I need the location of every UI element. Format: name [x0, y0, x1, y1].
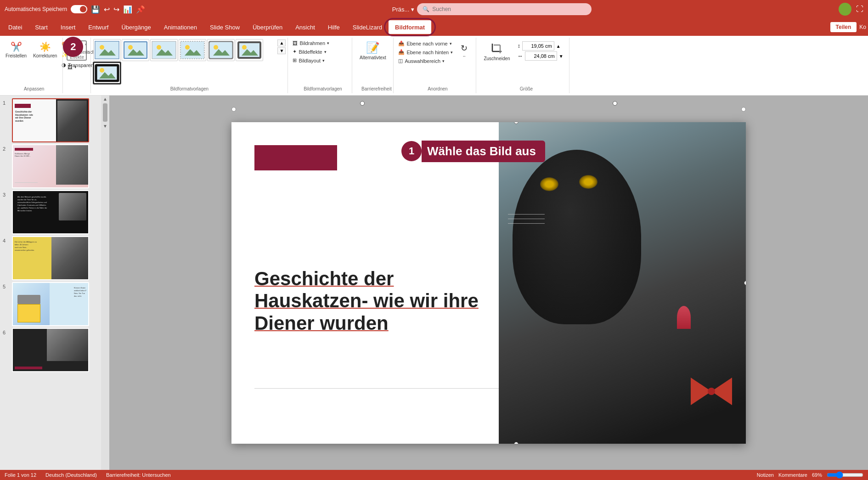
menu-start[interactable]: Start — [28, 20, 54, 34]
slide-right-panel — [499, 122, 746, 444]
zoom-level: 69% — [812, 472, 822, 478]
menu-insert[interactable]: Insert — [54, 20, 82, 34]
slides-scrollbar[interactable]: ▲ ▼ — [101, 96, 109, 470]
svg-point-18 — [242, 45, 247, 50]
annotation-1-label: Wähle das Bild aus — [422, 141, 545, 162]
menu-entwurf[interactable]: Entwurf — [82, 20, 115, 34]
slide-count: Folie 1 von 12 — [5, 472, 36, 478]
menu-ueberpruefen[interactable]: Überprüfen — [246, 20, 289, 34]
cat-bowtie — [691, 378, 732, 407]
zoom-slider[interactable] — [827, 472, 863, 478]
slide-thumb-4[interactable]: 4 Die Lehre der Afklappen zufallen 30 Ja… — [3, 236, 98, 280]
status-right: Notizen Kommentare 69% — [757, 472, 863, 478]
korrekturen-button[interactable]: ☀️ Korrekturen — [30, 40, 60, 60]
barrierefreiheit-label: Barrierefreiheit — [356, 86, 397, 91]
whisker-1 — [508, 214, 545, 215]
preset-3[interactable] — [150, 39, 178, 61]
slide-thumb-2[interactable]: 2 Schlimmes MengeHauen bis 13.500... — [3, 144, 98, 188]
selection-handle-right[interactable] — [744, 281, 746, 285]
image-format-tools-btn[interactable]: 🖼 ▾ — [66, 63, 88, 71]
search-box[interactable]: 🔍 — [417, 3, 592, 15]
ko-label: Ko — [859, 24, 866, 30]
svg-point-12 — [185, 45, 190, 50]
height-stepper-up[interactable]: ▲ — [556, 44, 561, 49]
search-input[interactable] — [432, 6, 586, 12]
menu-datei[interactable]: Datei — [2, 20, 28, 34]
preset-5[interactable] — [207, 39, 235, 61]
anpassen-label: Anpassen — [3, 86, 65, 91]
notes-button[interactable]: Notizen — [757, 472, 774, 478]
menu-right: Teilen Ko — [830, 22, 866, 32]
freistellen-button[interactable]: ✂️ Freistellen — [3, 40, 29, 60]
flower — [677, 306, 691, 329]
slide-4-image: Die Lehre der Afklappen zufallen 30 Jahr… — [12, 236, 89, 280]
present-icon[interactable]: 📊 — [123, 5, 132, 14]
scroll-down-arrow[interactable]: ▼ — [103, 124, 107, 129]
slide-5-image: Können Katzewirklich lieben?Nein, Sie Tu… — [12, 282, 89, 326]
bildeffekte-button[interactable]: ✦ Bildeffekte ▾ — [291, 48, 349, 56]
bildeffekte-icon: ✦ — [293, 49, 297, 55]
height-input[interactable] — [522, 41, 554, 51]
svg-rect-7 — [152, 41, 176, 59]
svg-rect-4 — [124, 42, 147, 58]
fullscreen-icon[interactable]: ⛶ — [856, 5, 863, 13]
svg-rect-10 — [180, 41, 204, 59]
slide-thumb-6[interactable]: 6 — [3, 328, 98, 372]
preset-7[interactable] — [93, 62, 121, 84]
annotation-1-badge: 1 Wähle das Bild aus — [401, 141, 545, 162]
bildlayout-button[interactable]: ⊞ Bildlayout ▾ — [291, 56, 349, 64]
rotate-button[interactable]: ↻ ↔ — [454, 41, 474, 60]
preset-1[interactable] — [93, 39, 121, 61]
pin-icon[interactable]: 📌 — [136, 5, 145, 14]
presets-scroll-down[interactable]: ▼ — [277, 47, 286, 54]
menu-ansicht[interactable]: Ansicht — [289, 20, 321, 34]
rotate-icon: ↻ — [461, 43, 468, 53]
svg-rect-13 — [209, 41, 233, 59]
menu-slideshow[interactable]: Slide Show — [203, 20, 246, 34]
height-icon: ↕ — [518, 43, 520, 49]
ebene-vorne-icon: 📤 — [398, 40, 405, 46]
user-avatar — [839, 3, 851, 16]
share-button[interactable]: Teilen — [830, 22, 857, 32]
redo-icon[interactable]: ↪ — [113, 5, 119, 14]
menu-bildformat[interactable]: Bildformat — [389, 20, 431, 34]
preset-2[interactable] — [122, 39, 149, 61]
accessibility-status: Barrierefreiheit: Untersuchen — [106, 472, 171, 478]
comments-button[interactable]: Kommentare — [778, 472, 807, 478]
autosave-toggle[interactable] — [71, 5, 87, 13]
canvas-area: Geschichte der Hauskatzen- wie wir ihre … — [109, 96, 868, 470]
slide-red-rectangle — [254, 145, 337, 170]
preset-6[interactable] — [236, 39, 263, 61]
undo-icon[interactable]: ↩ — [104, 5, 110, 14]
menu-uebergaenge[interactable]: Übergänge — [115, 20, 157, 34]
save-icon[interactable]: 💾 — [91, 5, 100, 14]
slide-thumb-5[interactable]: 5 Können Katzewirklich lieben?Nein, Sie … — [3, 282, 98, 326]
menu-hilfe[interactable]: Hilfe — [321, 20, 346, 34]
presets-scroll-up[interactable]: ▲ — [277, 40, 286, 46]
cat-body — [513, 150, 641, 324]
svg-point-2 — [100, 45, 104, 50]
preset-4[interactable] — [179, 39, 206, 61]
whisker-2 — [508, 219, 545, 219]
bildrahmen-button[interactable]: 🖼 Bildrahmen ▾ — [291, 40, 349, 47]
language-status: Deutsch (Deutschland) — [45, 472, 97, 478]
chevron-down-icon[interactable]: ▾ — [411, 6, 414, 13]
width-input[interactable] — [525, 51, 557, 61]
rotate-icon2: ↔ — [462, 54, 466, 58]
menu-slidelizard[interactable]: SlideLizard — [346, 20, 389, 34]
scroll-up-arrow[interactable]: ▲ — [103, 96, 107, 102]
bildlayout-icon: ⊞ — [293, 57, 297, 63]
slide-6-image — [12, 328, 89, 372]
annotation-1-circle: 1 — [401, 141, 422, 161]
alternativtext-button[interactable]: 📝 Alternativtext — [356, 40, 389, 62]
slide-thumb-3[interactable]: 3 Als dem Mensch geschaffen wurde,wurden… — [3, 190, 98, 234]
slide-thumb-1[interactable]: 1 Geschichte derHauskatzen- wiewir ihre … — [3, 98, 98, 142]
svg-point-28 — [708, 388, 715, 395]
width-stepper-down[interactable]: ▼ — [559, 54, 564, 59]
menu-animationen[interactable]: Animationen — [158, 20, 203, 34]
ebene-hinten-icon: 📥 — [398, 49, 405, 55]
zuschneiden-button[interactable]: Zuschneiden — [480, 40, 513, 63]
cat-photo — [499, 122, 746, 444]
bildformat-label-group: Bildformatvorlagen — [291, 86, 355, 91]
scroll-thumb[interactable] — [103, 103, 107, 122]
